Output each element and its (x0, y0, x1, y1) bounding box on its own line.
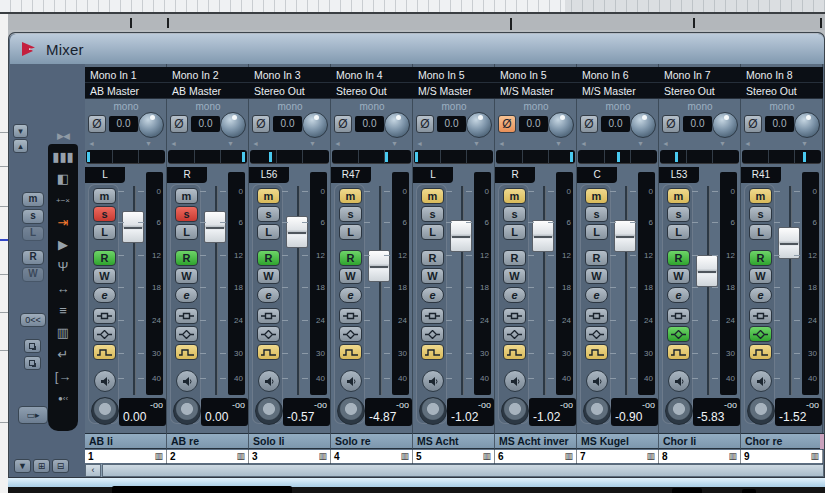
pan-slider[interactable] (414, 150, 493, 164)
channel-number-row[interactable]: 3 ▥ (249, 450, 331, 463)
input-gain-knob[interactable] (337, 397, 365, 425)
mixer-rack-icon[interactable]: ▮▮▮ (48, 150, 78, 165)
listen-button[interactable]: L (667, 224, 690, 240)
fader-db-value[interactable]: -1.52 (779, 410, 806, 424)
input-gain-knob[interactable] (173, 397, 201, 425)
listen-button[interactable]: L (93, 224, 116, 240)
mute-button[interactable]: m (257, 188, 280, 204)
channel-input-label[interactable]: Mono In 1 (85, 67, 167, 83)
scroll-down-button[interactable]: ▾ (13, 124, 28, 138)
fader-db-value[interactable]: -0.90 (615, 410, 642, 424)
dropdown-arrow-icon[interactable]: ▼ (801, 140, 808, 147)
scroll-left-button[interactable]: ‹ (85, 464, 101, 477)
fader-cap[interactable] (614, 220, 636, 252)
channel-name[interactable]: Chor li (659, 433, 741, 449)
monitor-button[interactable] (586, 370, 608, 392)
input-gain-knob[interactable] (255, 397, 283, 425)
solo-button[interactable]: s (257, 206, 280, 222)
paste-button[interactable] (24, 356, 41, 370)
record-button[interactable]: R (749, 250, 772, 266)
channel-name[interactable]: AB li (85, 433, 167, 449)
inserts-state-button[interactable] (339, 308, 362, 324)
mute-button[interactable]: m (585, 188, 608, 204)
record-button[interactable]: R (339, 250, 362, 266)
scrollbar-thumb[interactable] (102, 464, 824, 477)
channel-output-label[interactable]: Stereo Out (659, 83, 741, 99)
prev-arrow-icon[interactable]: ◄ (580, 140, 587, 147)
pan-slider[interactable] (660, 150, 739, 164)
reset-button[interactable]: 0<< (20, 313, 46, 327)
write-button[interactable]: W (175, 268, 198, 284)
channel-output-label[interactable]: M/S Master (577, 83, 659, 99)
levels-icon[interactable]: ≡ (48, 304, 78, 319)
global-listen-button[interactable]: L (22, 226, 44, 241)
fader-cap[interactable] (204, 211, 226, 243)
pan-label[interactable]: L56 (249, 167, 289, 183)
record-button[interactable]: R (93, 250, 116, 266)
dropdown-arrow-icon[interactable]: ▼ (637, 140, 644, 147)
flag-icon[interactable]: ▶ (48, 238, 78, 253)
sends-state-button[interactable] (257, 344, 280, 360)
eq-state-button[interactable] (749, 326, 772, 342)
solo-button[interactable]: s (93, 206, 116, 222)
monitor-button[interactable] (750, 370, 772, 392)
channel-number-row[interactable]: 6 ▥ (495, 450, 577, 463)
sends-state-button[interactable] (503, 344, 526, 360)
channel-grid-icon[interactable]: ▥ (564, 450, 573, 463)
collapse-arrows-icon[interactable]: ▶◀ (48, 131, 78, 141)
sends-state-button[interactable] (93, 344, 116, 360)
channel-folder-button[interactable]: ▭▸ (18, 406, 48, 424)
prev-arrow-icon[interactable]: ◄ (334, 140, 341, 147)
eq-state-button[interactable] (667, 326, 690, 342)
monitor-button[interactable] (94, 370, 116, 392)
edit-button[interactable]: e (585, 287, 608, 303)
channel-number-row[interactable]: 4 ▥ (331, 450, 413, 463)
channel-name[interactable]: MS Acht (413, 433, 495, 449)
channel-output-label[interactable]: M/S Master (495, 83, 577, 99)
prev-arrow-icon[interactable]: ◄ (416, 140, 423, 147)
solo-button[interactable]: s (667, 206, 690, 222)
rewind-dots-icon[interactable]: ●‹‹ (48, 392, 78, 407)
fader-db-value[interactable]: -5.83 (697, 410, 724, 424)
channel-grid-icon[interactable]: ▥ (400, 450, 409, 463)
write-button[interactable]: W (749, 268, 772, 284)
phase-button[interactable]: Ø (252, 115, 270, 133)
global-solo-button[interactable]: s (22, 209, 44, 224)
solo-button[interactable]: s (585, 206, 608, 222)
pan-label[interactable]: R41 (741, 167, 781, 183)
mute-button[interactable]: m (421, 188, 444, 204)
phase-button[interactable]: Ø (498, 115, 516, 133)
mute-button[interactable]: m (749, 188, 772, 204)
channel-number-row[interactable]: 2 ▥ (167, 450, 249, 463)
fader-db-value[interactable]: -4.87 (369, 410, 396, 424)
add-view-button[interactable]: ⊞ (33, 459, 50, 473)
eq-state-button[interactable] (93, 326, 116, 342)
channel-grid-icon[interactable]: ▥ (728, 450, 737, 463)
pan-label[interactable]: C (577, 167, 617, 183)
eq-state-button[interactable] (503, 326, 526, 342)
write-button[interactable]: W (421, 268, 444, 284)
keys-icon[interactable]: ▥ (48, 326, 78, 341)
eq-state-button[interactable] (175, 326, 198, 342)
channel-output-label[interactable]: AB Master (85, 83, 167, 99)
prev-arrow-icon[interactable]: ◄ (662, 140, 669, 147)
write-button[interactable]: W (339, 268, 362, 284)
record-button[interactable]: R (421, 250, 444, 266)
dropdown-arrow-icon[interactable]: ▼ (391, 140, 398, 147)
channel-input-label[interactable]: Mono In 8 (741, 67, 823, 83)
channel-number-row[interactable]: 5 ▥ (413, 450, 495, 463)
global-write-button[interactable]: W (22, 267, 44, 282)
input-gain-knob[interactable] (501, 397, 529, 425)
pan-value[interactable]: 0.0 (601, 116, 630, 132)
channel-name[interactable]: MS Kugel (577, 433, 659, 449)
channel-input-label[interactable]: Mono In 5 (413, 67, 495, 83)
channel-grid-icon[interactable]: ▥ (236, 450, 245, 463)
pan-value[interactable]: 0.0 (355, 116, 384, 132)
solo-button[interactable]: s (749, 206, 772, 222)
pan-value[interactable]: 0.0 (109, 116, 138, 132)
channel-grid-icon[interactable]: ▥ (318, 450, 327, 463)
listen-button[interactable]: L (585, 224, 608, 240)
channel-grid-icon[interactable]: ▥ (154, 450, 163, 463)
channel-output-label[interactable]: AB Master (167, 83, 249, 99)
fader-db-value[interactable]: 0.00 (123, 410, 146, 424)
